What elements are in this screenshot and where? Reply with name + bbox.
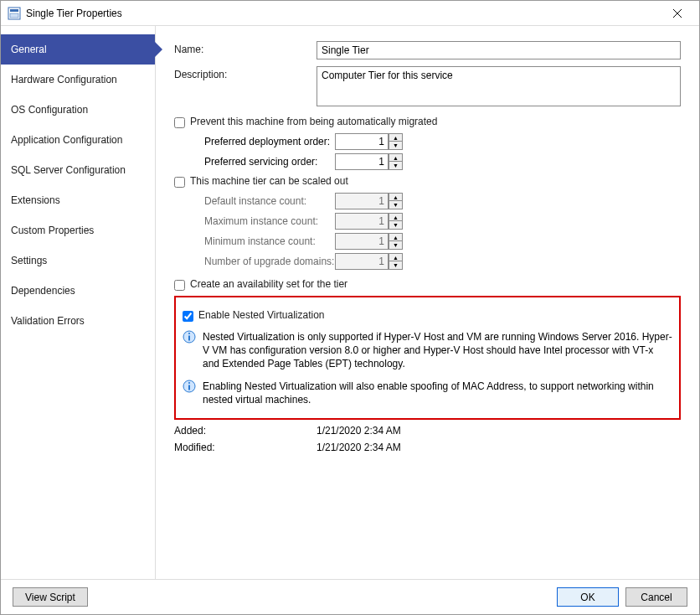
sidebar-item-settings[interactable]: Settings (1, 245, 155, 276)
sidebar-item-validation-errors[interactable]: Validation Errors (1, 306, 155, 336)
spinner-down-icon: ▼ (389, 241, 403, 250)
sidebar-item-hardware-configuration[interactable]: Hardware Configuration (1, 65, 155, 95)
sidebar-item-extensions[interactable]: Extensions (1, 185, 155, 215)
info-text-2: Enabling Nested Virtualization will also… (203, 380, 672, 406)
sidebar-item-general[interactable]: General (1, 34, 155, 65)
spinner-up-icon: ▲ (389, 213, 403, 221)
view-script-button[interactable]: View Script (13, 587, 88, 607)
upgrade-domains-input (335, 253, 389, 270)
description-label: Description: (174, 66, 317, 80)
spinner-down-icon: ▼ (389, 201, 403, 209)
ok-button[interactable]: OK (557, 587, 619, 607)
spinner-down-icon[interactable]: ▼ (389, 142, 403, 150)
added-value: 1/21/2020 2:34 AM (317, 425, 401, 437)
name-label: Name: (174, 41, 317, 55)
max-instance-input (335, 213, 389, 230)
spinner-up-icon[interactable]: ▲ (389, 153, 403, 162)
content-area: General Hardware Configuration OS Config… (1, 26, 699, 579)
close-button[interactable] (659, 2, 696, 25)
min-instance-label: Minimum instance count: (204, 233, 335, 247)
info-icon (183, 330, 196, 344)
availability-set-label: Create an availability set for the tier (190, 278, 347, 290)
min-instance-spinner: ▲▼ (335, 233, 403, 250)
spinner-down-icon[interactable]: ▼ (389, 162, 403, 170)
svg-rect-1 (10, 9, 18, 12)
scale-out-checkbox[interactable] (174, 177, 185, 188)
prevent-migrate-checkbox[interactable] (174, 117, 185, 128)
preferred-servicing-input[interactable] (335, 153, 389, 170)
min-instance-input (335, 233, 389, 250)
upgrade-domains-spinner: ▲▼ (335, 253, 403, 270)
svg-rect-9 (188, 385, 190, 390)
spinner-down-icon: ▼ (389, 221, 403, 230)
modified-value: 1/21/2020 2:34 AM (317, 442, 401, 453)
svg-rect-6 (188, 336, 190, 341)
nested-virtualization-label: Enable Nested Virtualization (198, 309, 325, 321)
footer: View Script OK Cancel (1, 579, 699, 614)
sidebar-item-os-configuration[interactable]: OS Configuration (1, 95, 155, 125)
default-instance-input (335, 193, 389, 209)
preferred-deployment-label: Preferred deployment order: (204, 133, 335, 147)
availability-set-checkbox[interactable] (174, 280, 185, 291)
sidebar-item-sql-server-configuration[interactable]: SQL Server Configuration (1, 155, 155, 185)
nested-virtualization-checkbox[interactable] (183, 311, 193, 322)
info-icon (183, 380, 196, 393)
default-instance-label: Default instance count: (204, 193, 335, 207)
sidebar-item-custom-properties[interactable]: Custom Properties (1, 215, 155, 245)
spinner-up-icon: ▲ (389, 193, 403, 201)
close-icon (673, 9, 682, 18)
prevent-migrate-label: Prevent this machine from being automati… (190, 116, 437, 127)
spinner-up-icon: ▲ (389, 233, 403, 241)
app-icon (8, 7, 21, 20)
main-panel: Name: Description: Prevent this machine … (156, 26, 699, 579)
sidebar-item-dependencies[interactable]: Dependencies (1, 276, 155, 306)
max-instance-label: Maximum instance count: (204, 213, 335, 227)
preferred-deployment-input[interactable] (335, 133, 389, 150)
scale-out-label: This machine tier can be scaled out (190, 175, 348, 187)
upgrade-domains-label: Number of upgrade domains: (204, 253, 335, 267)
default-instance-spinner: ▲▼ (335, 193, 403, 209)
spinner-up-icon: ▲ (389, 253, 403, 261)
preferred-servicing-spinner[interactable]: ▲▼ (335, 153, 403, 170)
sidebar: General Hardware Configuration OS Config… (1, 26, 156, 579)
modified-label: Modified: (174, 442, 317, 453)
svg-point-10 (188, 381, 190, 383)
svg-point-7 (188, 333, 190, 334)
nested-virtualization-highlight: Enable Nested Virtualization Nested Virt… (174, 296, 681, 420)
title-bar: Single Tier Properties (1, 1, 699, 26)
spinner-down-icon: ▼ (389, 261, 403, 270)
description-input[interactable] (317, 66, 681, 106)
cancel-button[interactable]: Cancel (625, 587, 687, 607)
info-text-1: Nested Virtualization is only supported … (203, 330, 672, 371)
svg-rect-2 (10, 13, 18, 18)
max-instance-spinner: ▲▼ (335, 213, 403, 230)
preferred-deployment-spinner[interactable]: ▲▼ (335, 133, 403, 150)
sidebar-item-application-configuration[interactable]: Application Configuration (1, 125, 155, 155)
name-input[interactable] (317, 41, 681, 59)
window-title: Single Tier Properties (26, 8, 659, 19)
preferred-servicing-label: Preferred servicing order: (204, 153, 335, 168)
added-label: Added: (174, 425, 317, 437)
spinner-up-icon[interactable]: ▲ (389, 133, 403, 142)
